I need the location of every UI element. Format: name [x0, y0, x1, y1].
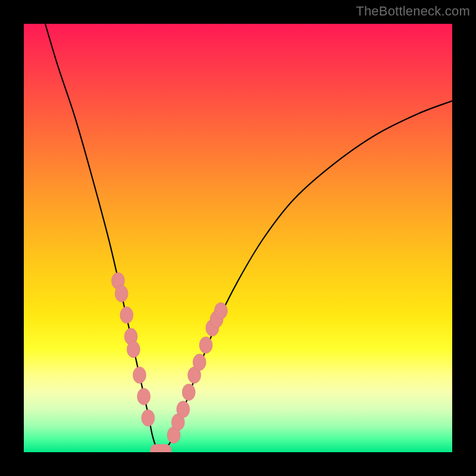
curve-marker [193, 354, 206, 371]
plot-area [24, 24, 452, 452]
curve-marker [214, 302, 227, 319]
bottleneck-curve [45, 24, 452, 452]
curve-marker [182, 384, 195, 400]
chart-frame: TheBottleneck.com [0, 0, 476, 476]
markers-left [111, 273, 154, 426]
curve-marker [137, 388, 151, 405]
curve-marker [120, 307, 133, 324]
curve-marker [127, 341, 140, 358]
curve-marker [199, 337, 212, 353]
flat-segment [150, 444, 171, 452]
curve-marker [177, 401, 190, 418]
curve-marker [115, 286, 128, 302]
curve-marker [142, 409, 155, 426]
watermark-text: TheBottleneck.com [356, 4, 470, 19]
curve-svg [24, 24, 452, 452]
curve-marker [133, 367, 146, 383]
markers-right [167, 302, 227, 443]
flat-bottom [150, 444, 171, 452]
